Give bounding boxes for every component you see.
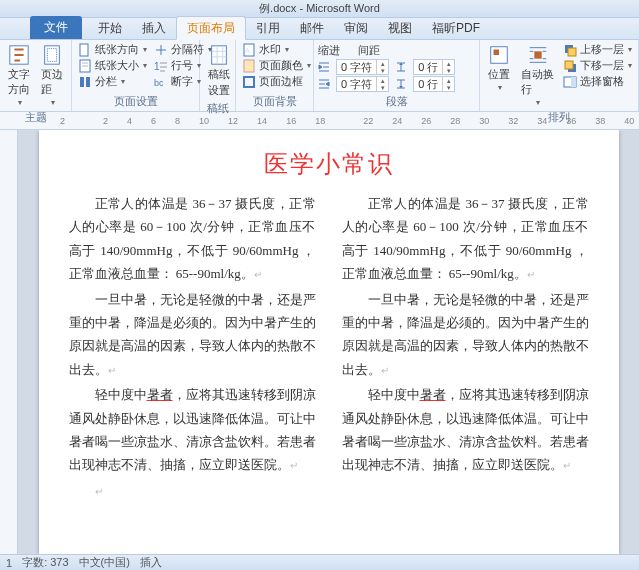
- tab-home[interactable]: 开始: [88, 17, 132, 39]
- tab-insert[interactable]: 插入: [132, 17, 176, 39]
- columns-button[interactable]: 分栏▾: [76, 74, 149, 89]
- title-bar: 例.docx - Microsoft Word: [0, 0, 639, 18]
- svg-rect-6: [86, 77, 90, 87]
- status-page[interactable]: 1: [6, 557, 12, 569]
- document-area: 医学小常识 正常人的体温是 36－37 摄氏度，正常人的心率是 60－100 次…: [0, 130, 639, 554]
- spacing-after-icon: [395, 78, 407, 90]
- indent-left-input[interactable]: 0 字符▴▾: [336, 59, 389, 75]
- text-wrap-button[interactable]: 自动换行▾: [517, 42, 558, 109]
- tab-review[interactable]: 审阅: [334, 17, 378, 39]
- indent-label: 缩进: [318, 43, 340, 58]
- ribbon: 文字方向▾ 页边距▾ 主题 纸张方向▾ 纸张大小▾ 分栏▾ 分隔符▾ 1行号▾ …: [0, 40, 639, 112]
- page-color-button[interactable]: 页面颜色▾: [240, 58, 313, 73]
- svg-rect-5: [80, 77, 84, 87]
- svg-rect-22: [571, 77, 576, 87]
- tab-file[interactable]: 文件: [30, 16, 82, 39]
- paper-size-button[interactable]: 纸张大小▾: [76, 58, 149, 73]
- status-bar: 1 字数: 373 中文(中国) 插入: [0, 554, 639, 570]
- column-left: 正常人的体温是 36－37 摄氏度，正常人的心率是 60－100 次/分钟，正常…: [69, 192, 316, 504]
- bring-forward-icon: [563, 43, 577, 57]
- columns-icon: [78, 75, 92, 89]
- column-right: 正常人的体温是 36－37 摄氏度，正常人的心率是 60－100 次/分钟，正常…: [342, 192, 589, 504]
- selection-pane-icon: [563, 75, 577, 89]
- indent-left-icon: [318, 61, 330, 73]
- svg-rect-3: [80, 44, 88, 56]
- group-label-paragraph: 段落: [318, 93, 475, 111]
- spacing-label: 间距: [358, 43, 380, 58]
- page-color-icon: [242, 59, 256, 73]
- document-page[interactable]: 医学小常识 正常人的体温是 36－37 摄氏度，正常人的心率是 60－100 次…: [39, 130, 619, 554]
- text-direction-button[interactable]: 文字方向▾: [4, 42, 34, 109]
- text-wrap-icon: [527, 44, 549, 66]
- svg-text:bc: bc: [154, 78, 164, 88]
- svg-rect-12: [244, 60, 254, 72]
- svg-text:1: 1: [154, 61, 160, 72]
- horizontal-ruler[interactable]: 224681012141618222426283032343638404248: [0, 112, 639, 130]
- status-insert-mode[interactable]: 插入: [140, 555, 162, 570]
- tab-view[interactable]: 视图: [378, 17, 422, 39]
- watermark-button[interactable]: A水印▾: [240, 42, 313, 57]
- indent-right-icon: [318, 78, 330, 90]
- document-title: 医学小常识: [69, 148, 589, 180]
- tab-mailings[interactable]: 邮件: [290, 17, 334, 39]
- send-backward-button[interactable]: 下移一层▾: [561, 58, 634, 73]
- svg-rect-13: [244, 77, 254, 87]
- spacing-after-input[interactable]: 0 行▴▾: [413, 76, 455, 92]
- group-label-page-setup: 页面设置: [76, 93, 195, 111]
- paper-setup-button[interactable]: 稿纸 设置: [204, 42, 234, 100]
- svg-rect-20: [565, 61, 573, 69]
- group-label-arrange: 排列: [484, 109, 634, 127]
- status-word-count[interactable]: 字数: 373: [22, 555, 68, 570]
- line-numbers-icon: 1: [154, 59, 168, 73]
- svg-text:A: A: [245, 47, 250, 54]
- paper-direction-button[interactable]: 纸张方向▾: [76, 42, 149, 57]
- selection-pane-button[interactable]: 选择窗格: [561, 74, 634, 89]
- breaks-icon: [154, 43, 168, 57]
- spacing-before-input[interactable]: 0 行▴▾: [413, 59, 455, 75]
- hyphenation-icon: bc: [154, 75, 168, 89]
- ribbon-tabs: 文件 开始 插入 页面布局 引用 邮件 审阅 视图 福昕PDF: [0, 18, 639, 40]
- tab-page-layout[interactable]: 页面布局: [176, 16, 246, 40]
- margins-icon: [41, 44, 63, 66]
- svg-rect-9: [212, 46, 227, 64]
- svg-rect-18: [568, 48, 576, 56]
- bring-forward-button[interactable]: 上移一层▾: [561, 42, 634, 57]
- group-label-themes: 主题: [4, 109, 67, 127]
- position-button[interactable]: 位置▾: [484, 42, 514, 94]
- watermark-icon: A: [242, 43, 256, 57]
- orientation-icon: [78, 43, 92, 57]
- svg-rect-15: [494, 50, 500, 56]
- vertical-ruler[interactable]: [0, 130, 18, 554]
- spacing-before-icon: [395, 61, 407, 73]
- indent-right-input[interactable]: 0 字符▴▾: [336, 76, 389, 92]
- page-border-icon: [242, 75, 256, 89]
- group-label-page-background: 页面背景: [240, 93, 309, 111]
- tab-foxit-pdf[interactable]: 福昕PDF: [422, 17, 490, 39]
- paper-icon: [208, 44, 230, 66]
- text-direction-icon: [8, 44, 30, 66]
- position-icon: [488, 44, 510, 66]
- send-backward-icon: [563, 59, 577, 73]
- svg-rect-16: [534, 51, 541, 58]
- page-border-button[interactable]: 页面边框: [240, 74, 313, 89]
- status-language[interactable]: 中文(中国): [79, 555, 130, 570]
- paper-size-icon: [78, 59, 92, 73]
- margins-button[interactable]: 页边距▾: [37, 42, 67, 109]
- tab-references[interactable]: 引用: [246, 17, 290, 39]
